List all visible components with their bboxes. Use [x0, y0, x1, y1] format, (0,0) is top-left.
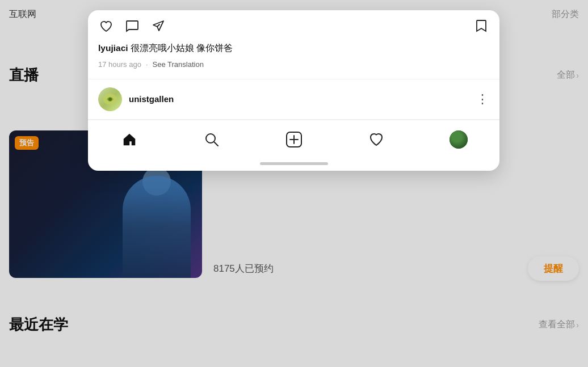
ig-timestamp: 17 hours ago [98, 60, 141, 69]
home-icon [121, 132, 137, 147]
ig-dot: · [146, 60, 148, 69]
ig-caption-username[interactable]: lyujiaci [98, 43, 128, 53]
ig-caption-text: 很漂亮哦小姑娘 像你饼爸 [131, 43, 233, 53]
profile-avatar-inner [450, 130, 468, 149]
svg-point-2 [206, 134, 215, 143]
ig-nav-home[interactable] [114, 126, 145, 153]
svg-line-3 [214, 142, 218, 146]
ig-nav-profile[interactable] [443, 126, 474, 153]
svg-point-1 [108, 98, 112, 101]
ig-more-button[interactable]: ⋮ [476, 92, 489, 107]
send-button[interactable] [150, 18, 166, 34]
home-indicator-pill [260, 162, 328, 165]
ig-user-row: unistgallen ⋮ [88, 79, 499, 119]
ig-caption-row: lyujiaci 很漂亮哦小姑娘 像你饼爸 [88, 40, 499, 59]
ig-user-name[interactable]: unistgallen [129, 94, 476, 104]
ig-avatar-inner [98, 87, 122, 111]
add-post-icon [285, 130, 303, 149]
activity-heart-icon [368, 132, 384, 147]
bookmark-button[interactable] [473, 18, 489, 34]
instagram-card: lyujiaci 很漂亮哦小姑娘 像你饼爸 17 hours ago · See… [88, 10, 499, 171]
profile-avatar [450, 130, 468, 149]
ig-action-row [88, 10, 499, 40]
search-icon [204, 132, 220, 147]
ig-timestamp-row: 17 hours ago · See Translation [88, 59, 499, 79]
ig-nav-search[interactable] [196, 126, 228, 153]
ig-bottom-nav [88, 120, 499, 158]
like-button[interactable] [98, 18, 114, 34]
ig-nav-add[interactable] [278, 126, 310, 153]
ig-home-indicator [88, 158, 499, 171]
ig-nav-activity[interactable] [360, 126, 392, 153]
ig-actions-left [98, 18, 166, 34]
ig-avatar [98, 87, 122, 111]
see-translation-button[interactable]: See Translation [153, 60, 204, 69]
university-logo-icon [102, 91, 118, 107]
comment-button[interactable] [124, 18, 140, 34]
